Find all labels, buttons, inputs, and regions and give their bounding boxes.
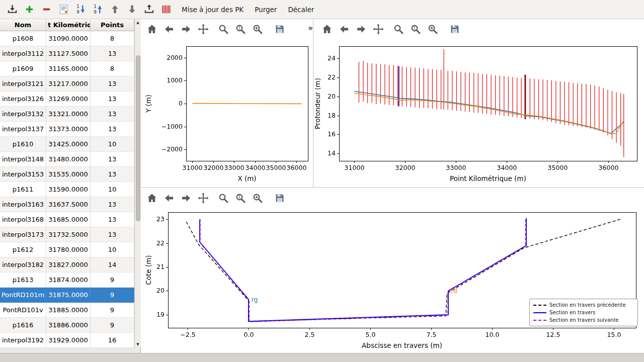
back-button[interactable] xyxy=(337,22,351,37)
table-row[interactable]: interpol316831685.000013 xyxy=(0,212,134,227)
table-row[interactable]: p160831090.00008 xyxy=(0,31,134,46)
forward-button[interactable] xyxy=(179,191,193,206)
column-header-points[interactable]: Points xyxy=(91,19,134,31)
save-button[interactable] xyxy=(273,191,287,206)
cell-point-kilometrique: 31480.0000 xyxy=(46,152,91,167)
forward-icon xyxy=(355,23,367,35)
profondeur-chart[interactable] xyxy=(315,39,643,186)
table-vertical-scrollbar[interactable]: ▲ ▼ xyxy=(134,19,141,348)
table-row[interactable]: p161331874.00009 xyxy=(0,273,134,288)
save-button[interactable] xyxy=(448,22,462,37)
home-button[interactable] xyxy=(320,22,334,37)
pan-button[interactable] xyxy=(196,22,210,37)
sort-descending-button[interactable]: 19 xyxy=(73,2,88,17)
home-button[interactable] xyxy=(145,22,159,37)
horizontal-divider xyxy=(141,187,644,188)
pan-icon xyxy=(197,192,209,204)
zoom-original-button[interactable]: 1 xyxy=(409,22,423,37)
cell-nom: interpol3126 xyxy=(0,92,46,107)
cross-section-legend: Section en travers précédente Section en… xyxy=(529,299,638,326)
remove-button[interactable] xyxy=(39,2,53,17)
toolbar-overflow-chevron[interactable]: » xyxy=(308,24,313,33)
zoom-rect-button[interactable] xyxy=(391,22,406,37)
table-row[interactable]: interpol316331637.500013 xyxy=(0,197,134,212)
menu-mise-a-jour-pk[interactable]: Mise à jour des PK xyxy=(176,0,249,19)
back-button[interactable] xyxy=(162,22,176,37)
table-row[interactable]: p160931165.00008 xyxy=(0,61,134,76)
plan-view-toolbar: 1» xyxy=(145,20,314,38)
zoom-rect-button[interactable] xyxy=(216,191,230,206)
table-row[interactable]: interpol313231321.000013 xyxy=(0,107,134,122)
pan-button[interactable] xyxy=(371,22,385,37)
forward-button[interactable] xyxy=(179,22,193,37)
cell-points: 13 xyxy=(91,197,134,212)
cell-points: 8 xyxy=(91,61,134,76)
column-header-point-kilometrique[interactable]: t Kilométriqu xyxy=(46,19,91,31)
scroll-up-icon[interactable]: ▲ xyxy=(135,20,141,26)
remove-icon xyxy=(41,4,52,15)
add-button[interactable] xyxy=(22,2,36,17)
legend-entry-precedente: Section en travers précédente xyxy=(533,301,634,309)
zoom-original-button[interactable]: 1 xyxy=(233,22,248,37)
export-button[interactable] xyxy=(142,2,156,17)
home-button[interactable] xyxy=(145,191,159,206)
forward-icon xyxy=(180,23,192,35)
back-button[interactable] xyxy=(162,191,176,206)
table-row[interactable]: PontRD101v31885.00009 xyxy=(0,303,134,318)
menu-purger[interactable]: Purger xyxy=(249,0,282,19)
table-row[interactable]: interpol314831480.000013 xyxy=(0,152,134,167)
table-row[interactable]: p161031425.000010 xyxy=(0,137,134,152)
table-row[interactable]: PontRD101m31875.00009 xyxy=(0,288,134,303)
export-icon xyxy=(143,4,155,15)
move-down-button[interactable] xyxy=(125,2,139,17)
form-button[interactable] xyxy=(56,2,70,17)
table-row[interactable]: interpol319231929.000016 xyxy=(0,333,134,348)
table-row[interactable]: p161231780.000010 xyxy=(0,242,134,257)
sort-ascending-button[interactable]: 19 xyxy=(91,2,105,17)
table-row[interactable]: interpol318231827.000014 xyxy=(0,257,134,273)
cell-points: 10 xyxy=(91,182,134,197)
zoom-original-icon: 1 xyxy=(410,23,422,35)
cell-nom: PontRD101v xyxy=(0,303,46,318)
zoom-in-icon xyxy=(252,23,264,35)
cell-nom: p1613 xyxy=(0,273,46,288)
cross-section-chart[interactable] xyxy=(145,206,644,353)
save-button[interactable] xyxy=(273,22,287,37)
table-row[interactable]: interpol317331732.500013 xyxy=(0,227,134,242)
zoom-original-icon: 1 xyxy=(234,192,247,204)
menu-decaler[interactable]: Décaler xyxy=(282,0,319,19)
table-row[interactable]: interpol311231127.500013 xyxy=(0,46,134,61)
table-row[interactable]: p161631886.00009 xyxy=(0,318,134,333)
table-row[interactable]: p161131590.000010 xyxy=(0,182,134,197)
forward-button[interactable] xyxy=(354,22,368,37)
scrollbar-thumb[interactable] xyxy=(136,55,140,221)
zoom-in-button[interactable] xyxy=(426,22,440,37)
zoom-in-button[interactable] xyxy=(251,191,265,206)
cell-point-kilometrique: 31127.5000 xyxy=(46,46,91,61)
sort-descending-icon: 19 xyxy=(75,4,87,15)
move-up-button[interactable] xyxy=(108,2,122,17)
cell-point-kilometrique: 31875.0000 xyxy=(46,288,91,303)
forward-icon xyxy=(180,192,192,204)
pan-button[interactable] xyxy=(196,191,210,206)
cell-points: 13 xyxy=(91,107,134,122)
table-row[interactable]: interpol313731373.000013 xyxy=(0,122,134,137)
red-sections-button[interactable] xyxy=(159,2,173,17)
cell-points: 13 xyxy=(91,227,134,242)
table-row[interactable]: interpol315331535.000013 xyxy=(0,167,134,182)
scroll-down-icon[interactable]: ▼ xyxy=(135,341,141,347)
sort-ascending-icon: 19 xyxy=(92,4,104,15)
plan-view-chart[interactable] xyxy=(145,39,313,186)
import-button[interactable] xyxy=(5,2,19,17)
zoom-rect-button[interactable] xyxy=(216,22,230,37)
column-header-nom[interactable]: Nom xyxy=(0,19,46,31)
zoom-original-button[interactable]: 1 xyxy=(233,191,248,206)
pan-icon xyxy=(372,23,384,35)
table-row[interactable]: interpol312631269.000013 xyxy=(0,92,134,107)
cell-points: 13 xyxy=(91,46,134,61)
cell-point-kilometrique: 31874.0000 xyxy=(46,273,91,288)
cell-nom: interpol3173 xyxy=(0,227,46,242)
table-row[interactable]: interpol312131217.000013 xyxy=(0,76,134,92)
zoom-in-button[interactable] xyxy=(251,22,265,37)
cell-nom: p1611 xyxy=(0,182,46,197)
